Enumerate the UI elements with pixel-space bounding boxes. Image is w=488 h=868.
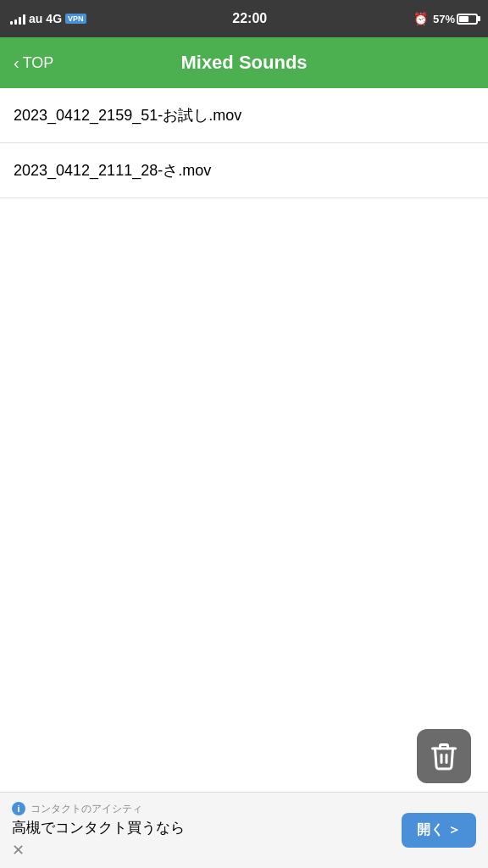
ad-title: 高槻でコンタクト買うなら <box>12 818 185 837</box>
battery-container: 57% <box>433 13 478 25</box>
carrier-label: au <box>29 12 42 25</box>
battery-fill <box>459 16 469 22</box>
back-button[interactable]: ‹ TOP <box>14 53 53 73</box>
back-chevron-icon: ‹ <box>14 53 19 73</box>
ad-label: コンタクトのアイシティ <box>30 802 142 816</box>
file-list: 2023_0412_2159_51-お試し.mov 2023_0412_2111… <box>0 88 488 198</box>
status-left: au 4G VPN <box>10 12 86 25</box>
ad-banner: i コンタクトのアイシティ 高槻でコンタクト買うなら ✕ 開く ＞ <box>0 792 488 868</box>
status-center: 22:00 <box>232 11 267 26</box>
ad-button-label: 開く ＞ <box>417 821 461 839</box>
battery-percent-label: 57% <box>433 13 455 25</box>
signal-bar-2 <box>14 19 17 25</box>
ad-open-button[interactable]: 開く ＞ <box>402 813 476 848</box>
back-label: TOP <box>23 54 54 72</box>
time-label: 22:00 <box>232 11 267 26</box>
nav-title: Mixed Sounds <box>180 52 307 74</box>
status-right: ⏰ 57% <box>413 12 478 25</box>
vpn-badge: VPN <box>65 14 86 24</box>
trash-icon <box>429 741 459 771</box>
ad-info-icon: i <box>12 802 25 815</box>
signal-bar-3 <box>19 17 21 25</box>
ad-left: i コンタクトのアイシティ 高槻でコンタクト買うなら ✕ <box>12 802 185 860</box>
signal-bars <box>10 13 25 25</box>
alarm-icon: ⏰ <box>413 12 428 25</box>
signal-bar-4 <box>23 14 25 25</box>
file-item-1[interactable]: 2023_0412_2159_51-お試し.mov <box>0 88 488 143</box>
battery-icon <box>457 14 478 25</box>
signal-bar-1 <box>10 21 13 25</box>
file-item-2[interactable]: 2023_0412_2111_28-さ.mov <box>0 143 488 198</box>
status-bar: au 4G VPN 22:00 ⏰ 57% <box>0 0 488 37</box>
ad-close-button[interactable]: ✕ <box>12 841 185 860</box>
nav-bar: ‹ TOP Mixed Sounds <box>0 37 488 88</box>
network-type-label: 4G <box>46 12 62 25</box>
ad-top-row: i コンタクトのアイシティ <box>12 802 185 816</box>
trash-button[interactable] <box>417 729 471 783</box>
